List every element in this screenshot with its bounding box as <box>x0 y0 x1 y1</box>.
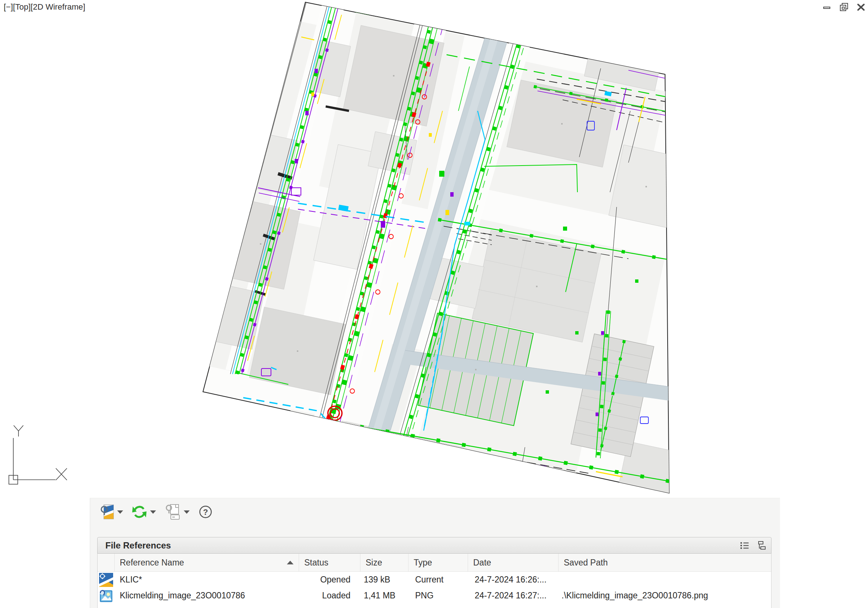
dwg-file-icon <box>98 573 115 587</box>
attach-dropdown-icon[interactable] <box>117 511 123 514</box>
column-size[interactable]: Size <box>360 554 409 571</box>
reference-name: KLIC* <box>115 575 299 585</box>
ucs-icon <box>9 425 67 484</box>
reference-saved-path: .\Klicmelding_image_23O0010786.png <box>559 591 771 600</box>
help-icon[interactable]: ? <box>198 504 213 519</box>
reference-type: Current <box>409 575 468 585</box>
tree-view-icon[interactable] <box>756 540 766 551</box>
reference-status: Loaded <box>299 591 360 600</box>
reference-date: 24-7-2024 16:26:... <box>468 575 559 585</box>
drawing-area[interactable]: [−] [Top] [2D Wireframe] <box>0 0 868 608</box>
table-row[interactable]: Klicmelding_image_23O0010786 Loaded 1,41… <box>98 588 771 603</box>
change-path-dropdown-icon[interactable] <box>184 511 190 514</box>
ucs-x-label <box>56 468 67 480</box>
attach-reference-icon[interactable] <box>100 504 114 520</box>
image-file-icon <box>98 589 115 603</box>
table-header-row: Reference Name Status Size Type Date Sav… <box>98 554 771 572</box>
column-icon[interactable] <box>98 554 115 571</box>
column-status[interactable]: Status <box>299 554 360 571</box>
column-type[interactable]: Type <box>409 554 468 571</box>
map-canvas[interactable] <box>0 0 868 497</box>
reference-status: Opened <box>299 575 360 585</box>
change-path-icon[interactable] <box>164 504 181 520</box>
file-references-header[interactable]: File References <box>97 537 772 554</box>
reference-name: Klicmelding_image_23O0010786 <box>115 591 299 600</box>
reference-size: 1,41 MB <box>360 591 409 600</box>
palette-toolbar: ? <box>100 503 213 520</box>
refresh-icon[interactable] <box>132 504 147 520</box>
reference-size: 139 kB <box>360 575 409 585</box>
sort-ascending-icon <box>287 561 293 565</box>
column-date[interactable]: Date <box>468 554 559 571</box>
list-view-icon[interactable] <box>739 540 750 551</box>
external-references-palette: ? File References <box>90 498 780 608</box>
panel-title: File References <box>98 540 739 551</box>
reference-date: 24-7-2024 16:27:... <box>468 591 559 600</box>
refresh-dropdown-icon[interactable] <box>150 511 156 514</box>
table-row[interactable]: KLIC* Opened 139 kB Current 24-7-2024 16… <box>98 572 771 588</box>
file-references-box: File References <box>97 537 772 608</box>
column-reference-name[interactable]: Reference Name <box>115 554 299 571</box>
svg-text:?: ? <box>203 507 208 517</box>
reference-type: PNG <box>409 591 468 600</box>
file-references-table: Reference Name Status Size Type Date Sav… <box>97 554 772 608</box>
column-saved-path[interactable]: Saved Path <box>559 554 771 571</box>
